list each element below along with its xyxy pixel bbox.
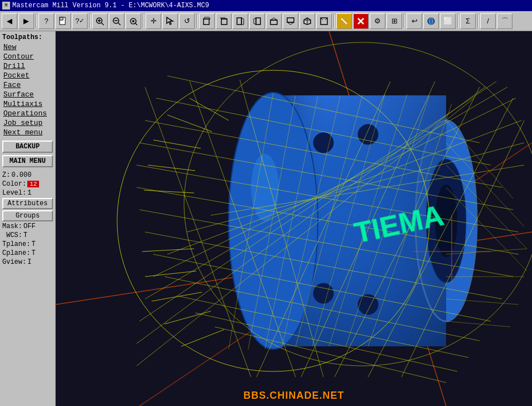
color-value[interactable]: 12 bbox=[27, 181, 39, 187]
svg-rect-23 bbox=[287, 18, 294, 22]
cplane-row: Cplane: T bbox=[1, 249, 54, 258]
toolbar-divider-1 bbox=[36, 14, 37, 28]
front-view-button[interactable] bbox=[199, 13, 215, 29]
iso-view-button[interactable] bbox=[299, 13, 315, 29]
3d-view-button[interactable] bbox=[316, 13, 332, 29]
sidebar-item-contour[interactable]: Contour bbox=[1, 52, 54, 61]
toolbar-divider-3 bbox=[143, 14, 144, 28]
toolbar-divider-6 bbox=[404, 14, 405, 28]
mask-row: Mask: OFF bbox=[1, 222, 54, 231]
wcs-row: WCS: T bbox=[1, 231, 54, 240]
sidebar-item-surface[interactable]: Surface bbox=[1, 90, 54, 99]
attributes-button[interactable]: Attributes bbox=[2, 198, 53, 209]
delete-button[interactable] bbox=[353, 13, 369, 29]
zoom-target-button[interactable] bbox=[125, 13, 141, 29]
svg-point-46 bbox=[229, 93, 318, 349]
slash-button[interactable]: / bbox=[480, 13, 496, 29]
svg-line-11 bbox=[135, 23, 137, 25]
svg-point-48 bbox=[313, 133, 333, 153]
main-menu-button[interactable]: MAIN MENU bbox=[2, 155, 53, 167]
cplane-label: Cplane: bbox=[2, 249, 30, 257]
toolbar-divider-5 bbox=[333, 14, 335, 28]
mask-label: Mask: bbox=[2, 223, 22, 230]
svg-point-10 bbox=[132, 20, 134, 22]
svg-point-51 bbox=[358, 294, 378, 315]
svg-point-35 bbox=[428, 18, 434, 25]
select-button[interactable] bbox=[162, 13, 178, 29]
pan-button[interactable]: ✛ bbox=[146, 13, 161, 29]
svg-point-50 bbox=[313, 283, 333, 303]
gview-row: Gview: I bbox=[1, 258, 54, 267]
level-label: Level: bbox=[2, 189, 26, 197]
sphere-button[interactable] bbox=[423, 13, 439, 29]
watermark: BBS.CHINADE.NET bbox=[243, 390, 344, 402]
groups-button[interactable]: Groups bbox=[2, 210, 53, 221]
gview-value: I bbox=[27, 258, 31, 266]
svg-rect-13 bbox=[204, 19, 209, 25]
mask-value: OFF bbox=[23, 223, 36, 230]
level-value: 1 bbox=[27, 189, 31, 197]
svg-rect-1 bbox=[60, 17, 63, 20]
z-status-row: Z: 0.000 bbox=[1, 171, 54, 180]
toolbar-divider-7 bbox=[457, 14, 458, 28]
undo-button[interactable]: ↩ bbox=[407, 13, 422, 29]
shading-button[interactable] bbox=[336, 13, 352, 29]
svg-marker-12 bbox=[167, 17, 173, 25]
config1-button[interactable]: ⚙ bbox=[370, 13, 385, 29]
sidebar-item-face[interactable]: Face bbox=[1, 80, 54, 90]
bottom-view-button[interactable] bbox=[283, 13, 298, 29]
cplane-value: T bbox=[31, 249, 35, 257]
sidebar-item-pocket[interactable]: Pocket bbox=[1, 71, 54, 80]
top-view-button[interactable] bbox=[266, 13, 282, 29]
sidebar-divider-1 bbox=[1, 137, 54, 139]
svg-rect-21 bbox=[270, 20, 277, 25]
sidebar: Toolpaths: New Contour Drill Pocket Face… bbox=[0, 31, 56, 406]
svg-rect-17 bbox=[237, 18, 241, 25]
arc-button[interactable]: ⌒ bbox=[497, 13, 512, 29]
analyze-button[interactable]: ?✓ bbox=[72, 13, 88, 29]
svg-line-8 bbox=[118, 23, 120, 25]
back-button[interactable]: ◀ bbox=[2, 13, 17, 29]
svg-marker-16 bbox=[220, 18, 227, 19]
square2-button[interactable]: ⬜ bbox=[440, 13, 456, 29]
sidebar-item-multiaxis[interactable]: Multiaxis bbox=[1, 99, 54, 109]
tplane-row: Tplane: T bbox=[1, 240, 54, 249]
rotate-button[interactable]: ↺ bbox=[179, 13, 195, 29]
svg-rect-19 bbox=[256, 18, 260, 25]
right-view-button[interactable] bbox=[249, 13, 265, 29]
gview-label: Gview: bbox=[2, 258, 26, 266]
color-label: Color: bbox=[2, 180, 26, 188]
tplane-label: Tplane: bbox=[2, 240, 30, 248]
toolbar-divider-8 bbox=[477, 14, 478, 28]
app-icon: M bbox=[2, 2, 10, 9]
sidebar-item-drill[interactable]: Drill bbox=[1, 61, 54, 71]
config2-button[interactable]: ⊞ bbox=[386, 13, 402, 29]
zoom-out-button[interactable] bbox=[109, 13, 124, 29]
viewport[interactable]: TIEMA bbox=[56, 31, 532, 406]
back-view-button[interactable] bbox=[216, 13, 231, 29]
sidebar-item-next-menu[interactable]: Next menu bbox=[1, 128, 54, 137]
toolbar: ◀ ▶ ? ?✓ ✛ ↺ bbox=[0, 11, 532, 31]
title-text: Mastercam Mill Version 9.1 - E:\MCWORK\4… bbox=[12, 2, 209, 9]
left-view-button[interactable] bbox=[233, 13, 248, 29]
3d-scene: TIEMA bbox=[56, 31, 532, 406]
z-label: Z: bbox=[2, 171, 10, 179]
sidebar-item-new[interactable]: New bbox=[1, 42, 54, 52]
sum-button[interactable]: Σ bbox=[460, 13, 476, 29]
toolpaths-label: Toolpaths: bbox=[1, 32, 54, 42]
level-status-row: Level: 1 bbox=[1, 188, 54, 197]
sidebar-item-job-setup[interactable]: Job setup bbox=[1, 118, 54, 128]
help-button[interactable]: ? bbox=[38, 13, 54, 29]
wcs-label: WCS: bbox=[2, 231, 22, 239]
new-button[interactable] bbox=[55, 13, 71, 29]
main-area: Toolpaths: New Contour Drill Pocket Face… bbox=[0, 31, 532, 406]
backup-button[interactable]: BACKUP bbox=[2, 141, 53, 153]
tplane-value: T bbox=[31, 240, 35, 248]
title-bar: M Mastercam Mill Version 9.1 - E:\MCWORK… bbox=[0, 0, 532, 11]
forward-button[interactable]: ▶ bbox=[18, 13, 34, 29]
sidebar-item-operations[interactable]: Operations bbox=[1, 109, 54, 118]
wcs-value: T bbox=[23, 231, 27, 239]
toolbar-divider-2 bbox=[89, 14, 90, 28]
color-status-row: Color: 12 bbox=[1, 180, 54, 188]
zoom-in-button[interactable] bbox=[92, 13, 108, 29]
